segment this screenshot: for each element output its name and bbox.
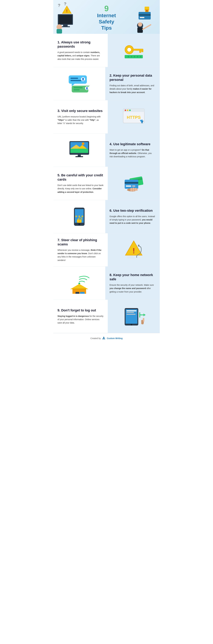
svg-point-45 xyxy=(127,110,128,111)
logout-icon xyxy=(122,306,146,327)
svg-rect-65 xyxy=(132,188,134,191)
svg-rect-83 xyxy=(80,292,85,294)
tip-section-5: 5. Be careful with your credit cards Don… xyxy=(53,167,160,200)
tip-section-6: ★★★ 6. Use two-step verification Google … xyxy=(53,200,160,233)
svg-rect-82 xyxy=(76,292,79,294)
svg-point-26 xyxy=(134,56,135,58)
header-title: InternetSafetyTips xyxy=(97,12,116,31)
svg-rect-5 xyxy=(61,26,70,27)
tip-3-image: HTTPS xyxy=(108,100,160,134)
svg-text:HTTPS: HTTPS xyxy=(127,115,141,120)
tip-9-text: 9. Don't forget to log out Staying logge… xyxy=(53,300,108,333)
svg-point-6 xyxy=(57,24,62,30)
svg-rect-31 xyxy=(71,78,78,79)
header-title-block: 9 InternetSafetyTips xyxy=(97,4,116,31)
tip-section-2: 👤 👤 2. Keep your personal data personal … xyxy=(53,67,160,100)
tip-5-title: 5. Be careful with your credit cards xyxy=(58,173,103,182)
tip-section-9: 9. Don't forget to log out Staying logge… xyxy=(53,300,160,333)
tip-6-text: 6. Use two-step verification Google offe… xyxy=(105,200,160,233)
svg-rect-56 xyxy=(78,155,81,156)
tip-8-body: Ensure the security of your network. Mak… xyxy=(110,283,155,294)
svg-rect-12 xyxy=(139,14,151,16)
svg-rect-63 xyxy=(132,186,135,187)
footer-logo-icon: CW xyxy=(102,336,106,340)
svg-rect-13 xyxy=(140,17,144,18)
header-section: ? ? ! 9 InternetSafetyTips xyxy=(53,0,160,34)
svg-point-24 xyxy=(128,56,129,58)
svg-point-73 xyxy=(79,220,80,222)
tip-5-image xyxy=(108,167,160,200)
tip-7-title: 7. Steer clear of phishing scams xyxy=(58,238,103,246)
svg-rect-64 xyxy=(130,188,132,191)
tip-5-text: 5. Be careful with your credit cards Don… xyxy=(53,167,108,200)
tip-8-text: 8. Keep your home network safe Ensure th… xyxy=(105,266,160,300)
svg-rect-16 xyxy=(137,28,143,33)
tip-7-image: ! xyxy=(108,233,160,266)
tip-9-title: 9. Don't forget to log out xyxy=(58,308,103,313)
svg-rect-62 xyxy=(126,186,131,187)
svg-rect-22 xyxy=(142,50,143,52)
header-left-illustration: ! xyxy=(55,4,79,34)
footer: Created by CW Custom Writing xyxy=(53,333,160,343)
tip-1-title: 1. Always use strong passwords xyxy=(58,40,103,49)
tip-8-title: 8. Keep your home network safe xyxy=(110,273,155,282)
home-network-icon xyxy=(67,272,91,294)
tip-6-image: ★★★ xyxy=(53,200,105,233)
svg-point-46 xyxy=(129,110,131,111)
svg-rect-20 xyxy=(132,49,143,50)
svg-rect-61 xyxy=(125,182,138,184)
svg-rect-37 xyxy=(74,87,83,88)
tip-section-4: 4. Use legitimate software Want to get a… xyxy=(53,134,160,167)
tip-9-body: Staying logged in is dangerous for the s… xyxy=(58,314,103,324)
credit-card-icon xyxy=(122,173,146,194)
svg-point-15 xyxy=(138,22,142,26)
footer-created-by: Created by xyxy=(90,337,101,340)
tip-3-title: 3. Visit only secure websites xyxy=(58,109,103,113)
svg-rect-90 xyxy=(126,314,136,315)
tip-1-body: A good password needs to contain numbers… xyxy=(58,50,103,61)
tip-5-body: Don't use debit cards that are linked to… xyxy=(58,184,103,194)
https-icon: HTTPS xyxy=(122,106,146,128)
svg-point-25 xyxy=(131,56,132,58)
svg-rect-84 xyxy=(73,288,86,290)
svg-rect-43 xyxy=(123,110,144,112)
svg-line-17 xyxy=(143,25,151,29)
tip-section-3: 3. Visit only secure websites URL (unifo… xyxy=(53,100,160,134)
svg-point-87 xyxy=(131,324,132,326)
svg-text:👤: 👤 xyxy=(82,78,85,80)
tip-section-7: 7. Steer clear of phishing scams Wheneve… xyxy=(53,233,160,266)
tip-1-image xyxy=(108,34,160,67)
svg-rect-3 xyxy=(59,15,72,24)
svg-marker-80 xyxy=(70,284,88,289)
svg-text:!: ! xyxy=(66,8,68,13)
tip-6-body: Google offers this option to all the use… xyxy=(110,215,155,225)
svg-rect-52 xyxy=(70,149,88,153)
svg-point-44 xyxy=(125,110,126,111)
tip-2-title: 2. Keep your personal data personal xyxy=(110,74,155,82)
svg-rect-92 xyxy=(143,318,144,322)
tip-4-title: 4. Use legitimate software xyxy=(110,142,155,146)
tip-2-body: Finding out dates of birth, email addres… xyxy=(110,84,155,94)
svg-point-27 xyxy=(137,56,138,58)
software-icon xyxy=(67,140,91,161)
svg-point-76 xyxy=(138,245,139,246)
tip-3-text: 3. Visit only secure websites URL (unifo… xyxy=(53,100,108,134)
tip-3-body: URL (uniform resource locator) beginning… xyxy=(58,115,103,125)
tip-6-title: 6. Use two-step verification xyxy=(110,208,155,213)
svg-point-70 xyxy=(78,223,80,225)
svg-rect-32 xyxy=(71,80,81,81)
svg-rect-21 xyxy=(139,50,141,52)
svg-rect-67 xyxy=(136,188,138,191)
tip-9-image xyxy=(108,300,160,333)
svg-point-19 xyxy=(127,48,131,52)
two-step-icon: ★★★ xyxy=(67,206,91,227)
svg-rect-66 xyxy=(135,188,136,191)
svg-marker-91 xyxy=(144,314,145,316)
svg-rect-38 xyxy=(74,89,80,90)
tip-2-text: 2. Keep your personal data personal Find… xyxy=(105,67,160,100)
tip-2-image: 👤 👤 xyxy=(53,67,105,100)
tip-1-text: 1. Always use strong passwords A good pa… xyxy=(53,34,108,67)
svg-rect-57 xyxy=(76,156,83,157)
tip-section-8: 8. Keep your home network safe Ensure th… xyxy=(53,266,160,300)
svg-text:👤: 👤 xyxy=(86,87,88,90)
